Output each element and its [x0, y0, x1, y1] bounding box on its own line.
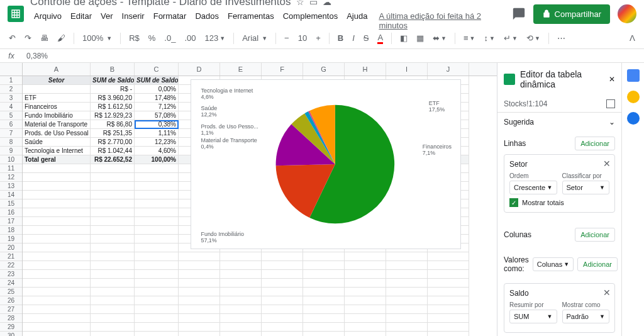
cell[interactable] — [386, 261, 428, 270]
keep-addon-icon[interactable] — [627, 91, 640, 103]
cell[interactable] — [23, 252, 91, 261]
cell[interactable] — [23, 270, 91, 279]
row-header[interactable]: 21 — [0, 252, 22, 261]
cell[interactable] — [23, 85, 91, 94]
suggested-label[interactable]: Sugerida — [504, 118, 534, 126]
zoom-select[interactable]: 100%▼ — [80, 31, 114, 45]
cell[interactable] — [91, 323, 135, 332]
row-header[interactable]: 7 — [0, 129, 22, 138]
row-header[interactable]: 15 — [0, 199, 22, 208]
cell[interactable] — [135, 323, 179, 332]
col-header[interactable]: G — [303, 63, 345, 76]
cell[interactable] — [345, 252, 386, 261]
row-header[interactable]: 4 — [0, 103, 22, 111]
summarize-select[interactable]: SUM▼ — [509, 310, 557, 323]
cell[interactable]: 0,38% — [135, 120, 179, 129]
cell[interactable] — [135, 314, 179, 323]
calendar-addon-icon[interactable] — [627, 69, 640, 82]
row-header[interactable]: 5 — [0, 111, 22, 120]
cell[interactable] — [91, 288, 135, 296]
row-header[interactable]: 19 — [0, 235, 22, 244]
cell[interactable] — [91, 296, 135, 305]
cell[interactable] — [386, 252, 428, 261]
row-header[interactable]: 10 — [0, 155, 22, 164]
cell[interactable] — [135, 244, 179, 252]
cell[interactable] — [303, 252, 345, 261]
collapse-toolbar-icon[interactable]: ᐱ — [627, 31, 638, 45]
cell[interactable] — [428, 270, 469, 279]
increase-decimal[interactable]: .00 — [182, 31, 198, 45]
cell[interactable] — [23, 279, 91, 288]
more-formats[interactable]: 123▼ — [203, 31, 228, 45]
cell[interactable] — [386, 323, 428, 332]
share-button[interactable]: Compartilhar — [533, 4, 610, 24]
row-header[interactable]: 2 — [0, 85, 22, 94]
menu-arquivo[interactable]: Arquivo — [30, 9, 65, 32]
cell[interactable] — [23, 208, 91, 217]
pivot-range[interactable]: Stocks!1:104 — [504, 99, 547, 108]
cell[interactable] — [23, 191, 91, 199]
row-header[interactable]: 1 — [0, 76, 22, 85]
menu-dados[interactable]: Dados — [191, 9, 223, 32]
cell[interactable] — [262, 252, 303, 261]
cell[interactable] — [179, 323, 220, 332]
cell[interactable] — [91, 182, 135, 191]
cell[interactable]: Material de Transporte — [23, 120, 91, 129]
cell[interactable] — [386, 270, 428, 279]
cell[interactable] — [91, 164, 135, 173]
cell[interactable]: 1,11% — [135, 129, 179, 138]
cell[interactable]: Setor — [23, 76, 91, 85]
cell[interactable] — [23, 288, 91, 296]
cell[interactable] — [91, 332, 135, 336]
cell[interactable]: 7,12% — [135, 103, 179, 111]
cell[interactable] — [220, 279, 262, 288]
cell[interactable]: R$ - — [91, 85, 135, 94]
cell[interactable]: SUM de Saldo — [135, 76, 179, 85]
cell[interactable]: R$ 2.770,00 — [91, 138, 135, 147]
cell[interactable] — [135, 332, 179, 336]
cell[interactable] — [262, 332, 303, 336]
cell[interactable] — [303, 279, 345, 288]
paint-format-icon[interactable]: 🖌 — [55, 31, 68, 45]
cell[interactable] — [262, 270, 303, 279]
cell[interactable] — [179, 296, 220, 305]
cell[interactable] — [179, 314, 220, 323]
add-cols-button[interactable]: Adicionar — [575, 228, 615, 242]
cell[interactable]: 4,60% — [135, 147, 179, 155]
remove-card-icon[interactable]: ✕ — [603, 159, 611, 169]
cell[interactable] — [135, 208, 179, 217]
cell[interactable] — [91, 226, 135, 235]
show-totals-checkbox[interactable]: ✓ — [509, 198, 518, 207]
cell[interactable]: 12,23% — [135, 138, 179, 147]
col-header[interactable]: B — [91, 63, 135, 76]
last-edit-link[interactable]: A última edição foi feita há 2 minutos — [375, 9, 511, 32]
cell[interactable] — [220, 314, 262, 323]
cell[interactable] — [345, 296, 386, 305]
cell[interactable] — [303, 305, 345, 314]
col-header[interactable]: A — [23, 63, 91, 76]
row-header[interactable]: 30 — [0, 332, 22, 336]
cell[interactable]: SUM de Saldo — [91, 76, 135, 85]
cell[interactable] — [91, 217, 135, 226]
menu-complementos[interactable]: Complementos — [279, 9, 341, 32]
cell[interactable]: R$ 3.960,20 — [91, 94, 135, 103]
more-toolbar-icon[interactable]: ⋯ — [555, 31, 568, 45]
cell[interactable] — [179, 279, 220, 288]
cell[interactable]: Prods. de Uso Pessoal e de — [23, 129, 91, 138]
cell[interactable] — [220, 252, 262, 261]
cell[interactable] — [262, 323, 303, 332]
sheets-logo[interactable] — [8, 6, 24, 22]
col-header[interactable]: I — [386, 63, 428, 76]
order-select[interactable]: Crescente▼ — [509, 181, 557, 194]
cell[interactable] — [23, 323, 91, 332]
cell[interactable] — [262, 279, 303, 288]
tasks-addon-icon[interactable] — [627, 112, 640, 125]
strike-icon[interactable]: S — [361, 31, 372, 45]
cell[interactable] — [23, 305, 91, 314]
cell[interactable] — [23, 226, 91, 235]
row-header[interactable]: 22 — [0, 261, 22, 270]
cell[interactable] — [135, 270, 179, 279]
cell[interactable]: 0,00% — [135, 85, 179, 94]
row-header[interactable]: 12 — [0, 173, 22, 182]
cell[interactable] — [23, 217, 91, 226]
